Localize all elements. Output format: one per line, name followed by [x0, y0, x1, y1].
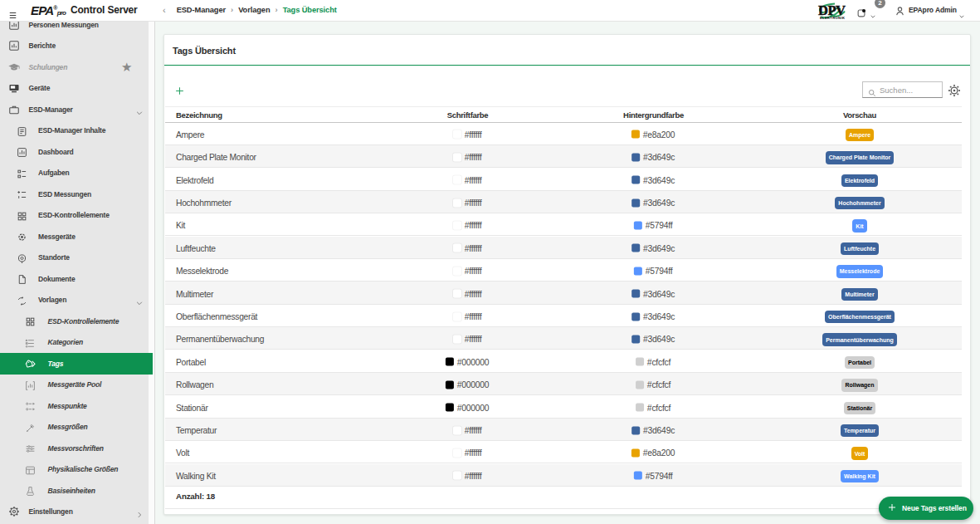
- svg-text:ELEKTRONIK: ELEKTRONIK: [820, 16, 845, 20]
